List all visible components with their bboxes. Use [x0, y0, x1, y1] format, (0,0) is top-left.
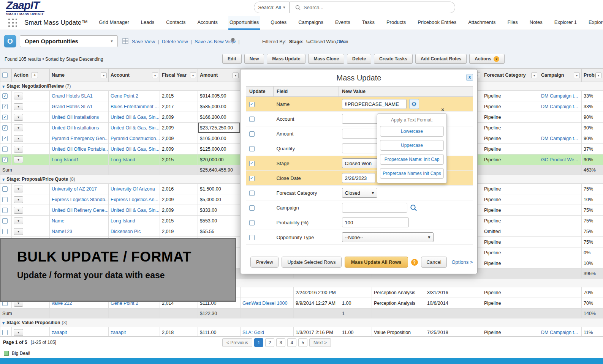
name-link[interactable]: Name123 — [52, 229, 72, 234]
create-tasks-button[interactable]: Create Tasks — [374, 54, 413, 64]
row-actions-dropdown[interactable]: ▼ — [14, 207, 23, 214]
tab-campaigns[interactable]: Campaigns — [297, 16, 324, 30]
mass-update-all-rows-button[interactable]: Mass Update All Rows — [345, 257, 408, 268]
name-input[interactable] — [342, 99, 407, 109]
name-link[interactable]: United Oil Installations — [52, 115, 99, 120]
account-link[interactable]: United Oil & Gas, Sin... — [111, 147, 160, 152]
campaign-link[interactable]: DM Campaign t... — [541, 104, 578, 109]
field-checkbox[interactable]: ✓ — [249, 102, 255, 107]
row-checkbox[interactable]: ✓ — [2, 115, 8, 120]
tab-contacts[interactable]: Contacts — [165, 16, 187, 30]
row-checkbox[interactable]: ✓ — [2, 93, 8, 99]
collapse-icon[interactable]: ▼ — [2, 178, 5, 181]
header-checkbox[interactable] — [2, 72, 8, 78]
search-box[interactable] — [290, 2, 455, 13]
tab-products[interactable]: Products — [385, 16, 407, 30]
field-checkbox[interactable] — [249, 205, 255, 211]
update-selected-rows-button[interactable]: Update Selected Rows — [282, 257, 341, 268]
name-link[interactable]: Name — [52, 218, 64, 224]
name-link[interactable]: United Oil Office Portable... — [52, 147, 109, 152]
mass-clone-button[interactable]: Mass Clone — [308, 54, 344, 64]
tab-opportunities[interactable]: Opportunities — [228, 16, 260, 30]
tab-quotes[interactable]: Quotes — [269, 16, 288, 30]
name-link[interactable]: University of AZ 2017 — [52, 186, 97, 192]
field-checkbox[interactable] — [249, 131, 255, 137]
row-actions-dropdown[interactable]: ▼ — [14, 156, 23, 163]
row-checkbox[interactable]: ✓ — [2, 136, 8, 141]
tab-notes[interactable]: Notes — [529, 16, 544, 30]
mass-update-button[interactable]: Mass Update — [267, 54, 305, 64]
page-5-button[interactable]: 5 — [298, 338, 307, 347]
uppercase-button[interactable]: Uppercase — [380, 140, 444, 151]
name-link[interactable]: Grand Hotels SLA1 — [52, 104, 93, 109]
row-actions-dropdown[interactable]: ▼ — [14, 103, 23, 110]
tab-tasks[interactable]: Tasks — [361, 16, 376, 30]
tab-leads[interactable]: Leads — [140, 16, 155, 30]
row-actions-dropdown[interactable]: ▼ — [14, 114, 23, 121]
name-link[interactable]: zaaapit — [52, 330, 67, 335]
field-checkbox[interactable] — [249, 220, 255, 225]
save-as-new-view-link[interactable]: Save as New View — [195, 39, 236, 44]
page-2-button[interactable]: 2 — [265, 338, 274, 347]
name-link[interactable]: United Oil Installations — [52, 125, 99, 131]
row-checkbox[interactable] — [2, 330, 8, 335]
row-actions-dropdown[interactable]: ▼ — [14, 329, 23, 336]
account-link[interactable]: Long Island — [111, 218, 135, 224]
account-link[interactable]: Blues Entertainment ... — [111, 104, 158, 109]
save-view-link[interactable]: Save View — [132, 39, 155, 44]
row-actions-dropdown[interactable]: ▼ — [14, 146, 23, 153]
field-checkbox[interactable]: ✓ — [249, 176, 255, 181]
lowercase-button[interactable]: Lowercase — [380, 126, 444, 137]
tab-pricebook-entries[interactable]: Pricebook Entries — [416, 16, 457, 30]
filter-icon[interactable]: ▼ — [101, 72, 107, 78]
field-checkbox[interactable] — [249, 117, 255, 122]
actions-button[interactable]: Actions▼ — [469, 54, 505, 64]
app-launcher-icon[interactable] — [8, 19, 18, 28]
filter-icon[interactable]: ▼ — [233, 72, 239, 78]
delete-button[interactable]: Delete — [347, 54, 371, 64]
account-link[interactable]: United Oil & Gas, Sin... — [111, 208, 160, 213]
tab-explorer-2[interactable]: Explorer 2 — [587, 16, 603, 30]
row-checkbox[interactable] — [2, 208, 8, 213]
add-contact-roles-button[interactable]: Add Contact Roles — [415, 54, 467, 64]
row-checkbox[interactable] — [2, 229, 8, 234]
save-view-grid-icon[interactable] — [122, 38, 128, 46]
field-checkbox[interactable] — [249, 235, 255, 240]
row-actions-dropdown[interactable]: ▼ — [14, 124, 23, 131]
account-link[interactable]: Pyramid Construction... — [111, 136, 160, 141]
account-link[interactable]: zaaapit — [111, 330, 126, 335]
row-checkbox[interactable]: ✓ — [2, 125, 8, 131]
name-link[interactable]: Pyramid Emergency Gen... — [52, 136, 109, 141]
name-link[interactable]: Grand Hotels SLA1 — [52, 93, 93, 99]
row-checkbox[interactable] — [2, 197, 8, 202]
filter-icon[interactable]: ▼ — [574, 72, 580, 78]
tab-attachments[interactable]: Attachments — [467, 16, 497, 30]
tab-accounts[interactable]: Accounts — [196, 16, 218, 30]
options-link[interactable]: Options > — [451, 259, 473, 265]
search-input[interactable] — [304, 5, 449, 10]
related-link[interactable]: GenWatt Diesel 1000 — [242, 301, 287, 306]
name-link[interactable]: Express Logistics Standb... — [52, 197, 109, 202]
close-date-input[interactable] — [342, 173, 375, 183]
next-page-button[interactable]: Next > — [309, 338, 331, 347]
account-link[interactable]: Dickenson Plc — [111, 229, 141, 234]
search-scope-dropdown[interactable]: Search: All ▼ — [254, 2, 290, 13]
related-link[interactable]: SLA: Gold — [242, 330, 264, 335]
campaign-input[interactable] — [342, 203, 407, 213]
add-column-button[interactable]: + — [32, 72, 38, 78]
new-button[interactable]: New — [244, 54, 264, 64]
row-actions-dropdown[interactable]: ▼ — [14, 196, 23, 203]
cancel-button[interactable]: Cancel — [421, 257, 447, 268]
format-gear-icon[interactable]: ⚙ — [409, 99, 419, 109]
campaign-link[interactable]: DM Campaign t... — [541, 330, 578, 335]
tab-grid-manager[interactable]: Grid Manager — [98, 16, 130, 30]
collapse-icon[interactable]: ▼ — [2, 85, 5, 88]
forecast-category-select[interactable]: Closed▼ — [342, 188, 377, 198]
account-link[interactable]: Long Island — [111, 157, 135, 162]
filter-icon[interactable]: ▼ — [531, 72, 537, 78]
help-icon[interactable]: ? — [411, 259, 418, 266]
previous-page-button[interactable]: < Previous — [222, 338, 252, 347]
filter-icon[interactable]: ▼ — [152, 72, 158, 78]
tab-events[interactable]: Events — [334, 16, 351, 30]
field-checkbox[interactable] — [249, 191, 255, 196]
